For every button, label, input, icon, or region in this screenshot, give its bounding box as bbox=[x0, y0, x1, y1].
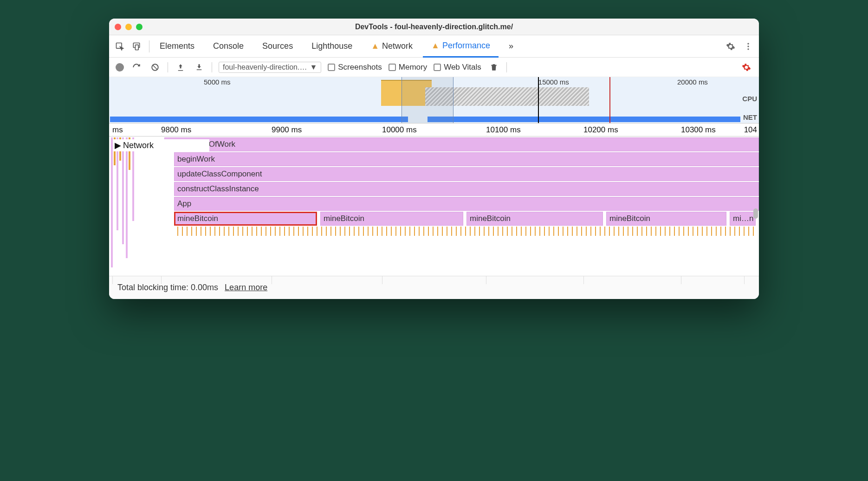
tab-elements[interactable]: Elements bbox=[151, 36, 203, 57]
download-profile-button[interactable] bbox=[193, 61, 205, 73]
memory-label: Memory bbox=[399, 63, 427, 72]
divider bbox=[506, 62, 507, 72]
upload-profile-button[interactable] bbox=[175, 61, 187, 73]
tab-more[interactable]: » bbox=[500, 36, 522, 57]
expand-arrow-icon: ▶ bbox=[115, 140, 121, 150]
tab-performance[interactable]: ▲ Performance bbox=[423, 35, 499, 58]
flame-perform-unit-of-work[interactable]: performUnitOfWork bbox=[164, 137, 759, 151]
ruler-tick: 9900 ms bbox=[272, 125, 302, 135]
warning-icon: ▲ bbox=[431, 41, 440, 51]
tab-network[interactable]: ▲ Network bbox=[363, 36, 421, 57]
screenshots-label: Screenshots bbox=[338, 63, 382, 72]
tabbar-left-controls bbox=[114, 40, 149, 52]
flame-minor-ticks bbox=[177, 227, 756, 236]
learn-more-link[interactable]: Learn more bbox=[225, 283, 267, 292]
cpu-label: CPU bbox=[742, 95, 757, 103]
flame-begin-work[interactable]: beginWork bbox=[174, 152, 759, 166]
flame-mine-bitcoin-selected[interactable]: mineBitcoin bbox=[174, 212, 317, 226]
svg-point-4 bbox=[747, 46, 749, 47]
svg-point-5 bbox=[747, 48, 749, 50]
network-section[interactable]: ▶ Network bbox=[114, 139, 209, 151]
clear-button[interactable] bbox=[149, 61, 161, 73]
divider bbox=[212, 62, 212, 72]
overview-tick: 20000 ms bbox=[677, 78, 708, 86]
minimize-window-button[interactable] bbox=[125, 24, 132, 30]
ruler-tick: 10300 ms bbox=[681, 125, 716, 135]
scrollbar-thumb[interactable] bbox=[753, 208, 758, 219]
memory-checkbox[interactable]: Memory bbox=[389, 63, 427, 72]
device-toolbar-icon[interactable] bbox=[130, 40, 143, 52]
overview-tick: 15000 ms bbox=[538, 78, 569, 86]
footer: Total blocking time: 0.00ms Learn more bbox=[109, 276, 759, 299]
ruler-end: 104 bbox=[744, 125, 757, 135]
tab-network-label: Network bbox=[382, 41, 413, 51]
flame-mine-bitcoin-truncated[interactable]: mi…n bbox=[730, 212, 756, 226]
ruler-tick: 9800 ms bbox=[161, 125, 191, 135]
flame-mine-bitcoin[interactable]: mineBitcoin bbox=[606, 212, 726, 226]
timeline-ruler[interactable]: ms 9800 ms 9900 ms 10000 ms 10100 ms 102… bbox=[109, 124, 759, 136]
chevron-down-icon: ▼ bbox=[310, 63, 317, 72]
devtools-window: DevTools - foul-heavenly-direction.glitc… bbox=[109, 19, 759, 299]
perf-toolbar: foul-heavenly-direction.… ▼ Screenshots … bbox=[109, 58, 759, 77]
screenshots-checkbox[interactable]: Screenshots bbox=[328, 63, 382, 72]
warning-icon: ▲ bbox=[371, 41, 379, 51]
ruler-tick: 10100 ms bbox=[486, 125, 521, 135]
kebab-menu-icon[interactable] bbox=[742, 40, 754, 52]
flame-chart[interactable]: performUnitOfWork beginWork updateClassC… bbox=[109, 136, 759, 276]
titlebar: DevTools - foul-heavenly-direction.glitc… bbox=[109, 19, 759, 35]
divider bbox=[168, 62, 168, 72]
gc-trash-button[interactable] bbox=[488, 61, 500, 73]
close-window-button[interactable] bbox=[115, 24, 121, 30]
svg-point-3 bbox=[747, 43, 749, 44]
record-button[interactable] bbox=[116, 63, 124, 72]
tab-sources[interactable]: Sources bbox=[254, 36, 301, 57]
tab-performance-label: Performance bbox=[442, 41, 490, 51]
flame-mine-bitcoin[interactable]: mineBitcoin bbox=[320, 212, 463, 226]
profile-dropdown[interactable]: foul-heavenly-direction.… ▼ bbox=[219, 62, 321, 73]
total-blocking-time: Total blocking time: 0.00ms bbox=[117, 283, 218, 292]
network-label: Network bbox=[123, 141, 154, 150]
ruler-tick: 10200 ms bbox=[583, 125, 618, 135]
overview-tick: 5000 ms bbox=[204, 78, 231, 86]
window-title: DevTools - foul-heavenly-direction.glitc… bbox=[355, 23, 513, 31]
tab-lighthouse[interactable]: Lighthouse bbox=[303, 36, 361, 57]
flame-app[interactable]: App bbox=[174, 197, 759, 211]
web-vitals-checkbox[interactable]: Web Vitals bbox=[434, 63, 481, 72]
flame-mine-bitcoin[interactable]: mineBitcoin bbox=[466, 212, 603, 226]
tabbar-right bbox=[725, 40, 754, 52]
reload-button[interactable] bbox=[130, 61, 143, 73]
tabbar: Elements Console Sources Lighthouse ▲ Ne… bbox=[109, 35, 759, 58]
inspect-element-icon[interactable] bbox=[114, 40, 126, 52]
svg-rect-2 bbox=[136, 45, 139, 50]
maximize-window-button[interactable] bbox=[136, 24, 143, 30]
ruler-start: ms bbox=[112, 125, 123, 135]
tab-console[interactable]: Console bbox=[205, 36, 252, 57]
flame-construct-class-instance[interactable]: constructClassInstance bbox=[174, 182, 759, 196]
profile-dropdown-label: foul-heavenly-direction.… bbox=[223, 63, 307, 72]
web-vitals-label: Web Vitals bbox=[444, 63, 481, 72]
settings-gear-icon[interactable] bbox=[725, 40, 737, 52]
net-label: NET bbox=[743, 113, 757, 121]
overview-marker-red bbox=[609, 77, 610, 123]
timeline-body[interactable]: ▶ Network performUnitOfWork beginWork up… bbox=[109, 136, 759, 276]
flame-update-class-component[interactable]: updateClassComponent bbox=[174, 167, 759, 181]
traffic-lights bbox=[115, 24, 143, 30]
overview-minimap[interactable]: 5000 ms 10000 ms 15000 ms 20000 ms CPU N… bbox=[109, 77, 759, 124]
ruler-tick: 10000 ms bbox=[382, 125, 417, 135]
checkbox-icon bbox=[389, 64, 396, 71]
overview-selection[interactable] bbox=[402, 77, 453, 123]
capture-settings-gear-icon[interactable] bbox=[740, 61, 752, 73]
overview-marker bbox=[538, 77, 539, 123]
checkbox-icon bbox=[328, 64, 335, 71]
checkbox-icon bbox=[434, 64, 441, 71]
